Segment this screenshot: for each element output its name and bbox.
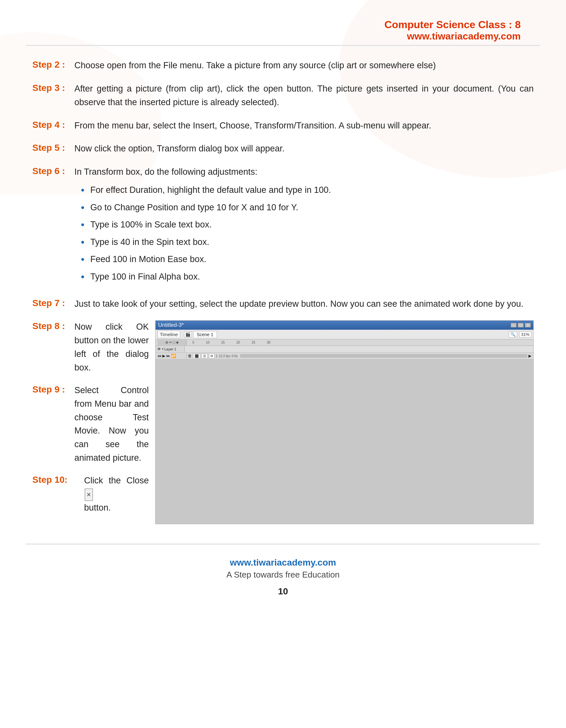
sw-titlebar: Untitled-3* − □ × [156,321,533,330]
sw-layers-header: ⊕ ✏ □ ■ [158,340,187,345]
maximize-button[interactable]: □ [518,323,524,327]
step-10-content: Click the Close × button. [84,474,149,515]
page-number: 10 [26,586,540,597]
bullet-dot-5: • [81,253,84,266]
right-arrow-icon: ▶ [528,354,531,358]
bullet-dot-2: • [81,201,84,215]
timeline-label: Timeline [158,331,180,338]
insert-frame-icon: ⬛ [193,354,200,358]
step-6-bullet-list: • For effect Duration, highlight the def… [74,183,534,284]
frame-indicator: 1 [216,354,218,358]
bullet-text-6: Type 100 in Final Alpha box. [90,270,200,283]
bullet-item-1: • For effect Duration, highlight the def… [81,183,534,197]
step-9-content: Select Control from Menu bar and choose … [74,384,149,465]
step-6-text: In Transform box, do the following adjus… [74,167,258,177]
step-9-row: Step 9 : Select Control from Menu bar an… [32,384,149,465]
sw-timeline-ruler: ⊕ ✏ □ ■ 5 10 15 20 25 30 [156,339,533,346]
frame-10: 10 [200,341,216,344]
screenshot-area: Step 8 : Now click OK button on the lowe… [32,320,534,524]
sw-zoom-btn[interactable]: 🔍 [509,331,517,337]
step-3-label: Step 3 : [32,82,74,93]
step-7-content: Just to take look of your setting, selec… [74,297,534,311]
step-2-label: Step 2 : [32,59,74,70]
step-10-label: Step 10: [32,474,84,485]
layer-lock-icon: • [162,347,163,351]
sw-playback-toolbar: ⏮ ▶ ⏭ 🔁 🗑 ⬛ ☰ ⧉ 1 12.0 fps 0.0s ▶ [156,353,533,359]
software-screenshot: Untitled-3* − □ × Timeline 🎬 Scene 1 [155,320,534,524]
step-5-row: Step 5 : Now click the option, Transform… [32,142,534,156]
sw-scene-tab[interactable]: Scene 1 [193,331,217,338]
step-5-content: Now click the option, Transform dialog b… [74,142,534,156]
bullet-item-3: • Type is 100% in Scale text box. [81,218,534,232]
frame-30: 30 [261,341,276,344]
page-header: Computer Science Class : 8 www.tiwariaca… [26,10,540,46]
step-7-row: Step 7 : Just to take look of your setti… [32,297,534,311]
header-title: Computer Science Class : 8 [26,19,521,31]
step-10-row: Step 10: Click the Close × button. [32,474,149,515]
step-2-row: Step 2 : Choose open from the File menu.… [32,59,534,72]
close-x-icon[interactable]: × [85,489,93,501]
sw-toolbar-icons: 🎬 Scene 1 [184,331,217,338]
step-10-text-after: button. [84,503,111,513]
steps-left-column: Step 8 : Now click OK button on the lowe… [32,320,155,524]
page-content: Computer Science Class : 8 www.tiwariaca… [0,0,566,623]
sw-layer-row: 👁 • Layer 1 [156,346,533,353]
step-8-content: Now click OK button on the lower left of… [74,320,149,374]
trash-icon[interactable]: 🗑 [188,354,192,358]
delete-frame-icon: ☰ [202,354,208,358]
time-indicator: 0.0s [232,354,238,358]
step-6-label: Step 6 : [32,165,74,176]
step-3-row: Step 3 : After getting a picture (from c… [32,82,534,109]
bullet-item-4: • Type is 40 in the Spin text box. [81,236,534,249]
frame-20: 20 [231,341,246,344]
step-forward-icon[interactable]: ⏭ [166,354,170,358]
bullet-text-2: Go to Change Position and type 10 for X … [90,201,298,214]
bullet-text-4: Type is 40 in the Spin text box. [90,236,209,249]
copy-frame-icon: ⧉ [209,353,215,358]
close-button[interactable]: × [525,323,531,327]
loop-icon[interactable]: 🔁 [171,354,176,358]
rewind-icon[interactable]: ⏮ [158,354,161,358]
sw-toolbar: Timeline 🎬 Scene 1 🔍 31% [156,330,533,339]
sw-layer-item: 👁 • Layer 1 [156,346,185,352]
minimize-button[interactable]: − [511,323,516,327]
step-3-content: After getting a picture (from clip art),… [74,82,534,109]
step-5-label: Step 5 : [32,142,74,153]
sw-icon-scene: 🎬 [184,331,192,337]
step-8-label: Step 8 : [32,320,74,331]
layer-name: Layer 1 [164,347,176,351]
fps-indicator: 12.0 fps [219,354,231,358]
frame-15: 15 [216,341,231,344]
step-2-content: Choose open from the File menu. Take a p… [74,59,534,72]
bullet-item-2: • Go to Change Position and type 10 for … [81,201,534,215]
bullet-item-5: • Feed 100 in Motion Ease box. [81,253,534,266]
footer-tagline: A Step towards free Education [26,570,540,580]
header-url: www.tiwariacademy.com [26,31,521,42]
timeline-scrubber[interactable] [240,354,527,358]
bullet-text-5: Feed 100 in Motion Ease box. [90,253,206,266]
play-icon[interactable]: ▶ [162,354,165,358]
step-4-row: Step 4 : From the menu bar, select the I… [32,119,534,133]
layer-timeline-bar [185,346,533,352]
step-4-label: Step 4 : [32,119,74,130]
step-8-row: Step 8 : Now click OK button on the lowe… [32,320,149,374]
bullet-dot-6: • [81,270,84,284]
sw-playback-controls: ⏮ ▶ ⏭ 🔁 [158,354,187,358]
footer-url: www.tiwariacademy.com [26,557,540,568]
timeline-frames: 5 10 15 20 25 30 [187,341,531,344]
step-7-label: Step 7 : [32,297,74,308]
step-6-content: In Transform box, do the following adjus… [74,165,534,287]
bullet-text-3: Type is 100% in Scale text box. [90,218,212,231]
frame-25: 25 [246,341,261,344]
layer-icons: ⊕ ✏ □ ■ [165,340,178,345]
step-9-label: Step 9 : [32,384,74,395]
sw-title: Untitled-3* [158,322,184,328]
bullet-item-6: • Type 100 in Final Alpha box. [81,270,534,284]
step-6-row: Step 6 : In Transform box, do the follow… [32,165,534,287]
bullet-dot-3: • [81,218,84,232]
step-10-text-before: Click the Close [84,476,149,485]
step-4-content: From the menu bar, select the Insert, Ch… [74,119,534,133]
sw-window-controls: − □ × [511,323,531,327]
bullet-dot-1: • [81,183,84,197]
bullet-text-1: For effect Duration, highlight the defau… [90,183,331,197]
